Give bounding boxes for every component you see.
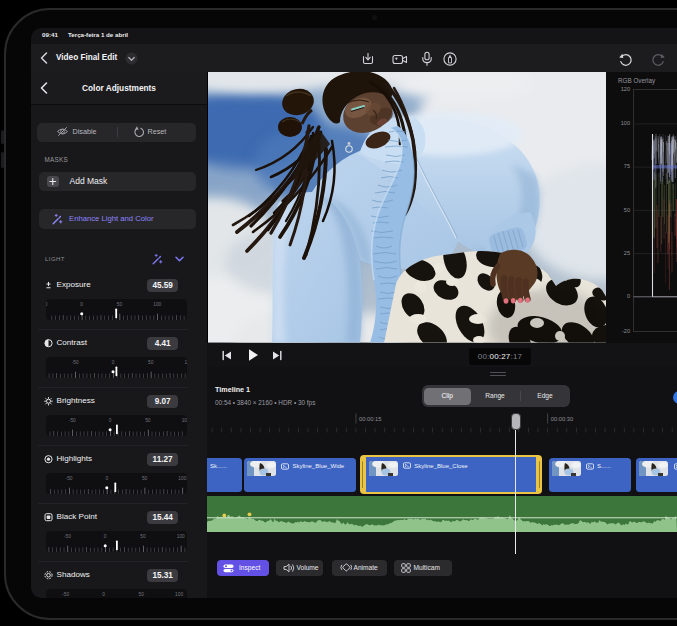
svg-text:0: 0	[108, 417, 111, 422]
svg-text:100: 100	[184, 359, 186, 364]
svg-text:50: 50	[140, 533, 146, 538]
svg-text:100: 100	[181, 417, 186, 422]
svg-text:00:00:30: 00:00:30	[551, 416, 574, 422]
svg-text:-50: -50	[68, 417, 75, 422]
svg-text:0: 0	[105, 475, 108, 480]
svg-text:50: 50	[116, 301, 122, 306]
svg-text:0: 0	[111, 359, 114, 364]
svg-text:100: 100	[175, 591, 183, 596]
svg-text:0: 0	[80, 301, 83, 306]
svg-text:00:00:15: 00:00:15	[359, 416, 382, 422]
svg-text:-50: -50	[62, 591, 69, 596]
svg-text:-50: -50	[65, 475, 72, 480]
svg-text:50: 50	[145, 417, 151, 422]
svg-text:-50: -50	[63, 533, 70, 538]
svg-text:50: 50	[148, 359, 154, 364]
svg-text:100: 100	[178, 475, 186, 480]
svg-text:50: 50	[138, 591, 144, 596]
svg-text:0: 0	[103, 533, 106, 538]
svg-text:50: 50	[141, 475, 147, 480]
svg-text:100: 100	[153, 301, 161, 306]
svg-text:0: 0	[102, 591, 105, 596]
svg-text:-50: -50	[71, 359, 78, 364]
svg-text:100: 100	[176, 533, 184, 538]
